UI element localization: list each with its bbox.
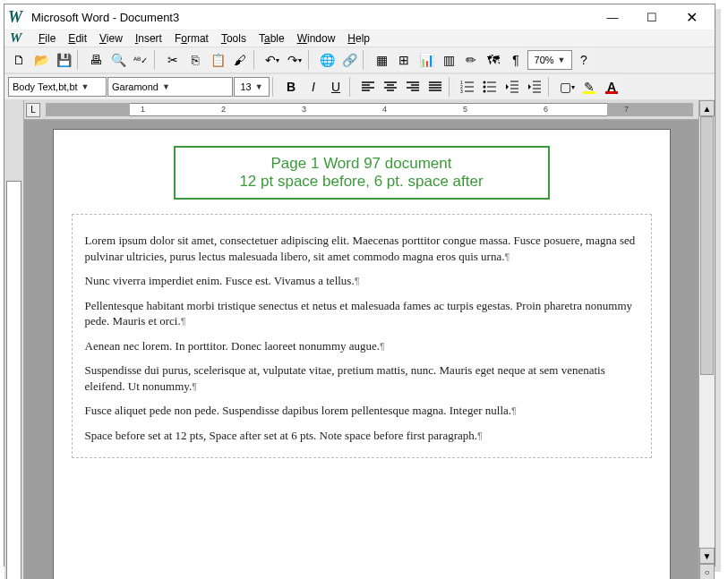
menu-tools[interactable]: Tools bbox=[216, 30, 252, 47]
pilcrow-icon: ¶ bbox=[511, 405, 517, 416]
pilcrow-icon: ¶ bbox=[477, 430, 483, 441]
print-preview-button[interactable]: 🔍 bbox=[107, 49, 129, 71]
page[interactable]: Page 1 Word 97 document 12 pt space befo… bbox=[53, 129, 671, 579]
menu-file[interactable]: File bbox=[33, 30, 61, 47]
work-area: L 1 2 3 4 5 6 7 Page 1 Word 97 document … bbox=[4, 100, 715, 579]
bold-button[interactable]: B bbox=[280, 76, 302, 98]
svg-text:3: 3 bbox=[460, 89, 463, 94]
window-title: Microsoft Word - Document3 bbox=[31, 11, 593, 24]
excel-button[interactable]: 📊 bbox=[415, 49, 437, 71]
format-painter-button[interactable]: 🖌 bbox=[229, 49, 251, 71]
font-size-combo[interactable]: 13▼ bbox=[234, 77, 270, 97]
scroll-track[interactable] bbox=[699, 116, 715, 548]
menu-view[interactable]: View bbox=[94, 30, 128, 47]
pilcrow-icon: ¶ bbox=[504, 251, 510, 262]
vertical-scrollbar[interactable]: ▲ ▼ ○ ⏮ ⏭ bbox=[698, 100, 715, 579]
italic-button[interactable]: I bbox=[303, 76, 324, 98]
paragraph[interactable]: Aenean nec lorem. In porttitor. Donec la… bbox=[85, 338, 638, 354]
open-button[interactable]: 📂 bbox=[30, 49, 52, 71]
paragraph[interactable]: Fusce aliquet pede non pede. Suspendisse… bbox=[85, 403, 638, 419]
browse-object-button[interactable]: ○ bbox=[699, 564, 715, 579]
scroll-down-button[interactable]: ▼ bbox=[699, 548, 715, 564]
increase-indent-button[interactable] bbox=[524, 76, 545, 98]
underline-button[interactable]: U bbox=[325, 76, 347, 98]
cut-button[interactable]: ✂ bbox=[162, 49, 184, 71]
paragraph[interactable]: Pellentesque habitant morbi tristique se… bbox=[85, 298, 638, 329]
paragraph[interactable]: Space before set at 12 pts, Space after … bbox=[85, 428, 638, 444]
separator bbox=[154, 50, 159, 70]
copy-button[interactable]: ⎘ bbox=[184, 49, 206, 71]
undo-button[interactable]: ↶▾ bbox=[261, 49, 283, 71]
separator bbox=[363, 50, 368, 70]
save-button[interactable]: 💾 bbox=[53, 49, 74, 71]
hyperlink-button[interactable]: 🌐 bbox=[316, 49, 338, 71]
menu-format[interactable]: Format bbox=[169, 30, 214, 47]
svg-point-3 bbox=[484, 81, 486, 84]
highlight-button[interactable]: ✎ bbox=[578, 76, 600, 98]
show-hide-button[interactable]: ¶ bbox=[505, 49, 527, 71]
annotation-callout: Page 1 Word 97 document 12 pt space befo… bbox=[174, 146, 550, 200]
print-button[interactable]: 🖶 bbox=[85, 49, 107, 71]
zoom-combo[interactable]: 70%▼ bbox=[527, 50, 572, 70]
help-button[interactable]: ? bbox=[573, 49, 595, 71]
web-toolbar-button[interactable]: 🔗 bbox=[338, 49, 360, 71]
font-combo[interactable]: Garamond▼ bbox=[107, 77, 233, 97]
menu-table[interactable]: Table bbox=[253, 30, 290, 47]
app-window: W Microsoft Word - Document3 — ☐ ✕ W Fil… bbox=[4, 4, 715, 566]
standard-toolbar: 🗋 📂 💾 🖶 🔍 ᴬᴮ✓ ✂ ⎘ 📋 🖌 ↶▾ ↷▾ 🌐 🔗 ▦ ⊞ 📊 ▥ … bbox=[4, 47, 715, 73]
insert-table-button[interactable]: ⊞ bbox=[393, 49, 415, 71]
text-margins: Lorem ipsum dolor sit amet, consectetuer… bbox=[72, 214, 652, 458]
style-combo[interactable]: Body Text,bt,bt▼ bbox=[8, 77, 107, 97]
pilcrow-icon: ¶ bbox=[181, 316, 186, 327]
word-doc-icon[interactable]: W bbox=[10, 30, 26, 47]
menu-window[interactable]: Window bbox=[292, 30, 341, 47]
columns-button[interactable]: ▥ bbox=[438, 49, 459, 71]
paragraph[interactable]: Nunc viverra imperdiet enim. Fusce est. … bbox=[85, 273, 638, 289]
page-scroll-area[interactable]: Page 1 Word 97 document 12 pt space befo… bbox=[24, 120, 698, 579]
separator bbox=[349, 77, 355, 97]
separator bbox=[272, 77, 278, 97]
pilcrow-icon: ¶ bbox=[192, 381, 197, 392]
close-button[interactable]: ✕ bbox=[672, 4, 711, 30]
tab-selector[interactable]: L bbox=[26, 103, 40, 117]
paragraph[interactable]: Suspendisse dui purus, scelerisque at, v… bbox=[85, 362, 638, 394]
title-bar: W Microsoft Word - Document3 — ☐ ✕ bbox=[4, 4, 715, 30]
spellcheck-button[interactable]: ᴬᴮ✓ bbox=[130, 49, 151, 71]
align-right-button[interactable] bbox=[402, 76, 424, 98]
bullet-list-button[interactable] bbox=[479, 76, 501, 98]
redo-button[interactable]: ↷▾ bbox=[284, 49, 305, 71]
pilcrow-icon: ¶ bbox=[355, 276, 360, 286]
word-app-icon: W bbox=[8, 8, 26, 26]
align-left-button[interactable] bbox=[357, 76, 379, 98]
minimize-button[interactable]: — bbox=[593, 4, 632, 30]
separator bbox=[548, 77, 553, 97]
document-area: L 1 2 3 4 5 6 7 Page 1 Word 97 document … bbox=[24, 100, 698, 579]
menu-edit[interactable]: Edit bbox=[63, 30, 92, 47]
scroll-up-button[interactable]: ▲ bbox=[699, 100, 715, 116]
svg-point-5 bbox=[484, 90, 486, 93]
menu-insert[interactable]: Insert bbox=[130, 30, 167, 47]
new-doc-button[interactable]: 🗋 bbox=[8, 49, 30, 71]
paragraph[interactable]: Lorem ipsum dolor sit amet, consectetuer… bbox=[85, 233, 638, 264]
separator bbox=[449, 77, 454, 97]
borders-button[interactable]: ▢▾ bbox=[556, 76, 578, 98]
align-center-button[interactable] bbox=[380, 76, 401, 98]
vertical-ruler bbox=[4, 100, 24, 579]
justify-button[interactable] bbox=[424, 76, 446, 98]
document-map-button[interactable]: 🗺 bbox=[483, 49, 504, 71]
numbered-list-button[interactable]: 123 bbox=[457, 76, 478, 98]
tables-borders-button[interactable]: ▦ bbox=[371, 49, 392, 71]
callout-line-1: Page 1 Word 97 document bbox=[188, 155, 535, 173]
separator bbox=[253, 50, 259, 70]
font-color-button[interactable]: A bbox=[601, 76, 622, 98]
menu-bar: W File Edit View Insert Format Tools Tab… bbox=[4, 30, 715, 47]
drawing-button[interactable]: ✏ bbox=[460, 49, 482, 71]
paste-button[interactable]: 📋 bbox=[207, 49, 228, 71]
formatting-toolbar: Body Text,bt,bt▼ Garamond▼ 13▼ B I U 123… bbox=[4, 73, 715, 100]
menu-help[interactable]: Help bbox=[342, 30, 375, 47]
pilcrow-icon: ¶ bbox=[380, 341, 385, 352]
callout-line-2: 12 pt space before, 6 pt. space after bbox=[188, 173, 535, 191]
decrease-indent-button[interactable] bbox=[501, 76, 523, 98]
maximize-button[interactable]: ☐ bbox=[632, 4, 672, 30]
scroll-thumb[interactable] bbox=[700, 116, 714, 375]
